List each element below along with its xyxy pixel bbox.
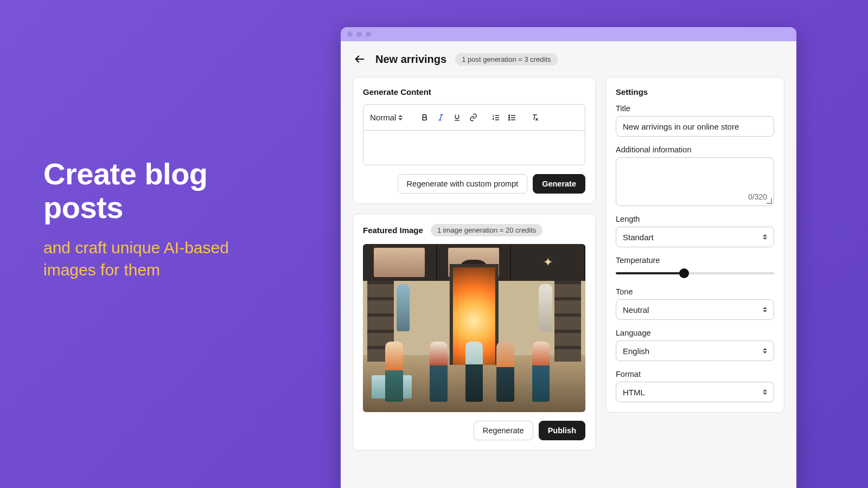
window-titlebar	[341, 27, 796, 41]
slider-fill	[616, 272, 684, 274]
app-window: New arrivings 1 post generation = 3 cred…	[341, 27, 796, 488]
clear-format-icon	[531, 113, 539, 122]
window-dot-min[interactable]	[356, 31, 362, 37]
temperature-slider[interactable]	[616, 268, 774, 279]
length-label: Length	[616, 215, 774, 223]
svg-point-11	[509, 115, 510, 116]
slider-thumb[interactable]	[679, 268, 689, 278]
page-title: New arrivings	[375, 53, 446, 66]
regenerate-custom-button[interactable]: Regenerate with custom prompt	[398, 174, 528, 194]
updown-chevron-icon	[763, 234, 767, 240]
format-label: Format	[616, 370, 774, 378]
format-value: HTML	[623, 388, 645, 397]
editor-toolbar: Normal	[363, 105, 585, 131]
resize-handle-icon[interactable]	[767, 198, 772, 204]
editor-body[interactable]	[363, 131, 585, 165]
tone-label: Tone	[616, 287, 774, 296]
italic-button[interactable]	[433, 110, 448, 125]
link-button[interactable]	[465, 110, 481, 125]
paragraph-format-select[interactable]: Normal	[370, 113, 409, 122]
featured-image-preview: ✦	[363, 244, 585, 412]
paragraph-format-label: Normal	[370, 113, 396, 122]
underline-icon	[453, 113, 461, 121]
additional-info-label: Additional information	[616, 145, 774, 154]
generate-content-title: Generate Content	[363, 87, 585, 97]
window-dot-max[interactable]	[366, 31, 371, 37]
updown-chevron-icon	[763, 389, 767, 395]
generate-content-card: Generate Content Normal	[353, 77, 596, 204]
tone-value: Neutral	[623, 305, 649, 314]
language-label: Language	[616, 329, 774, 337]
title-input-value: New arrivings in our online store	[623, 122, 739, 131]
underline-button[interactable]	[449, 110, 464, 125]
title-label: Title	[616, 104, 774, 113]
tone-select[interactable]: Neutral	[616, 299, 774, 320]
italic-icon	[437, 113, 445, 121]
featured-image-title: Featured Image	[363, 226, 423, 235]
language-value: English	[623, 346, 649, 356]
clear-format-button[interactable]	[527, 110, 542, 125]
language-select[interactable]: English	[616, 341, 774, 361]
image-credits-chip: 1 image generation = 20 credits	[431, 224, 542, 236]
title-input[interactable]: New arrivings in our online store	[616, 116, 774, 137]
marketing-copy: Create blog posts and craft unique AI-ba…	[43, 157, 277, 281]
updown-chevron-icon	[763, 348, 767, 354]
publish-button[interactable]: Publish	[539, 421, 585, 440]
additional-info-counter: 0/320	[748, 192, 767, 201]
featured-image-card: Featured Image 1 image generation = 20 c…	[353, 214, 596, 451]
format-select[interactable]: HTML	[616, 382, 774, 402]
temperature-label: Temperature	[616, 256, 774, 265]
app-content: New arrivings 1 post generation = 3 cred…	[341, 41, 796, 488]
ordered-list-button[interactable]	[488, 110, 503, 125]
length-value: Standart	[623, 233, 654, 242]
marketing-subheadline: and craft unique AI-based images for the…	[43, 237, 277, 281]
regenerate-image-button[interactable]: Regenerate	[474, 421, 533, 440]
marketing-headline: Create blog posts	[43, 157, 277, 224]
length-select[interactable]: Standart	[616, 227, 774, 247]
window-dot-close[interactable]	[347, 31, 353, 37]
link-icon	[469, 113, 477, 121]
settings-panel: Settings Title New arrivings in our onli…	[605, 77, 784, 413]
bold-button[interactable]	[417, 110, 432, 125]
bold-icon	[420, 113, 429, 121]
additional-info-input[interactable]: 0/320	[616, 157, 774, 206]
page-header: New arrivings 1 post generation = 3 cred…	[353, 52, 784, 66]
unordered-list-button[interactable]	[505, 110, 520, 125]
ordered-list-icon	[492, 113, 500, 122]
credits-chip: 1 post generation = 3 credits	[455, 53, 557, 66]
svg-line-3	[439, 115, 442, 120]
svg-point-13	[509, 119, 510, 120]
updown-chevron-icon	[763, 307, 767, 312]
settings-title: Settings	[616, 87, 774, 97]
svg-point-12	[509, 117, 510, 118]
rich-text-editor: Normal	[363, 104, 585, 165]
back-button[interactable]	[353, 52, 367, 66]
unordered-list-icon	[508, 113, 516, 122]
arrow-left-icon	[354, 53, 366, 65]
updown-chevron-icon	[398, 115, 403, 120]
generate-button[interactable]: Generate	[533, 174, 585, 194]
